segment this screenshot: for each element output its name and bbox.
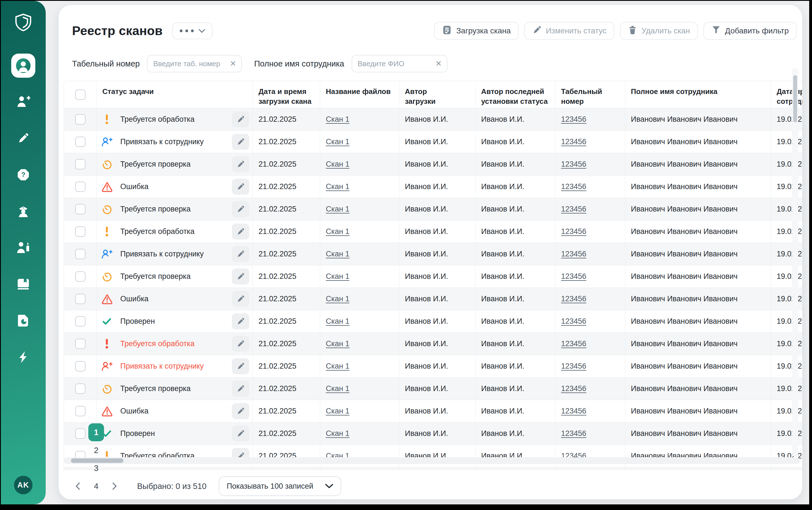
personnel-number-input[interactable] — [153, 59, 227, 68]
scan-file-link[interactable]: Скан 1 — [326, 384, 349, 393]
vertical-scrollbar-thumb[interactable] — [793, 75, 797, 122]
sidebar-item-officer[interactable] — [16, 204, 30, 218]
employee-name-cell: Иванович Иванович Иванович — [625, 108, 771, 131]
clear-icon[interactable]: ✕ — [433, 59, 442, 68]
employee-number-link[interactable]: 123456 — [561, 205, 586, 214]
row-checkbox[interactable] — [75, 271, 86, 282]
personnel-number-field[interactable]: ✕ — [147, 55, 242, 73]
clear-icon[interactable]: ✕ — [227, 59, 236, 68]
scan-file-link[interactable]: Скан 1 — [326, 339, 349, 348]
scan-file-link[interactable]: Скан 1 — [326, 317, 349, 326]
horizontal-scrollbar[interactable] — [64, 457, 800, 464]
change-status-button[interactable]: Изменить статус — [524, 22, 614, 40]
exclamation-icon — [101, 338, 113, 350]
edit-status-button[interactable] — [232, 134, 249, 150]
sidebar-item-activity[interactable] — [16, 350, 30, 364]
edit-status-button[interactable] — [232, 336, 249, 352]
employee-number-link[interactable]: 123456 — [561, 384, 586, 393]
edit-status-button[interactable] — [232, 381, 249, 397]
delete-scan-button[interactable]: Удалить скан — [620, 22, 698, 40]
sidebar-item-report[interactable] — [16, 314, 30, 328]
add-filter-button[interactable]: Добавить фильтр — [703, 22, 796, 40]
page-button[interactable]: 4 — [88, 477, 104, 495]
previous-page-button[interactable] — [71, 482, 84, 490]
edit-status-button[interactable] — [232, 313, 249, 329]
next-page-button[interactable] — [109, 482, 121, 490]
row-checkbox[interactable] — [75, 316, 86, 327]
edit-status-button[interactable] — [232, 179, 249, 195]
scan-file-link[interactable]: Скан 1 — [326, 272, 349, 281]
scan-file-link[interactable]: Скан 1 — [326, 182, 349, 191]
employee-number-link[interactable]: 123456 — [561, 429, 586, 438]
edit-status-button[interactable] — [232, 291, 249, 307]
sidebar-item-edit[interactable] — [16, 132, 30, 145]
sidebar-item-worker[interactable] — [16, 241, 30, 254]
user-avatar[interactable]: AK — [14, 476, 32, 494]
row-checkbox[interactable] — [75, 249, 86, 259]
full-name-input[interactable] — [357, 59, 433, 68]
select-all-checkbox[interactable] — [75, 89, 86, 100]
row-checkbox[interactable] — [75, 361, 86, 371]
upload-scan-button[interactable]: Загрузка скана — [434, 22, 518, 40]
edit-status-button[interactable] — [232, 403, 249, 419]
employee-number-cell: 123456 — [555, 468, 625, 470]
page-size-select[interactable]: Показывать 100 записей — [219, 476, 341, 496]
row-checkbox[interactable] — [75, 159, 86, 169]
employee-number-link[interactable]: 123456 — [561, 407, 586, 416]
scan-file-link[interactable]: Скан 1 — [326, 205, 349, 214]
edit-status-button[interactable] — [232, 201, 249, 217]
row-checkbox[interactable] — [75, 226, 86, 237]
employee-number-link[interactable]: 123456 — [561, 317, 586, 326]
employee-number-link[interactable]: 123456 — [561, 115, 586, 124]
row-checkbox[interactable] — [75, 294, 86, 304]
employee-number-link[interactable]: 123456 — [561, 138, 586, 146]
page-button[interactable]: 1 — [88, 423, 104, 441]
row-checkbox[interactable] — [75, 384, 86, 394]
scan-file-link[interactable]: Скан 1 — [326, 160, 349, 169]
scan-file-link[interactable]: Скан 1 — [326, 362, 349, 371]
edit-status-button[interactable] — [232, 246, 249, 262]
officer-icon — [17, 205, 30, 218]
scan-file-link[interactable]: Скан 1 — [326, 138, 349, 146]
sidebar-item-user-add[interactable] — [16, 95, 30, 109]
row-checkbox[interactable] — [75, 339, 86, 349]
sidebar-item-users[interactable] — [11, 54, 35, 78]
edit-status-button[interactable] — [232, 358, 249, 374]
edit-status-button[interactable] — [232, 268, 249, 284]
employee-number-link[interactable]: 123456 — [561, 250, 586, 258]
row-checkbox[interactable] — [75, 137, 86, 147]
employee-number-link[interactable]: 123456 — [561, 362, 586, 371]
row-checkbox[interactable] — [75, 114, 86, 124]
more-options-button[interactable] — [172, 23, 213, 39]
employee-number-link[interactable]: 123456 — [561, 160, 586, 169]
row-checkbox[interactable] — [75, 204, 86, 214]
employee-number-link[interactable]: 123456 — [561, 272, 586, 281]
full-name-field[interactable]: ✕ — [352, 55, 448, 73]
sidebar-item-book[interactable] — [16, 278, 30, 291]
page-button[interactable]: 2 — [88, 441, 104, 459]
edit-status-button[interactable] — [232, 224, 249, 239]
employee-number-link[interactable]: 123456 — [561, 294, 586, 303]
row-checkbox[interactable] — [75, 406, 86, 416]
upload-scan-label: Загрузка скана — [456, 26, 511, 35]
status-author-cell: Иванов И.И. — [476, 288, 555, 310]
scan-file-cell: Скан 1 — [320, 377, 399, 400]
employee-number-link[interactable]: 123456 — [561, 339, 586, 348]
employee-number-link[interactable]: 123456 — [561, 182, 586, 191]
employee-number-link[interactable]: 123456 — [561, 227, 586, 236]
scan-file-link[interactable]: Скан 1 — [326, 294, 349, 303]
edit-status-button[interactable] — [232, 156, 249, 172]
edit-status-button[interactable] — [232, 111, 249, 128]
vertical-scrollbar[interactable] — [792, 68, 798, 457]
scan-file-link[interactable]: Скан 1 — [326, 429, 349, 438]
scan-file-link[interactable]: Скан 1 — [326, 250, 349, 258]
column-header: Дата и время загрузки скана — [253, 81, 320, 108]
edit-status-button[interactable] — [232, 426, 249, 442]
sidebar-item-help[interactable]: ? — [16, 168, 30, 181]
scan-file-link[interactable]: Скан 1 — [326, 407, 349, 416]
scan-file-link[interactable]: Скан 1 — [326, 115, 349, 124]
row-checkbox[interactable] — [75, 181, 86, 192]
page-button[interactable]: 3 — [88, 459, 104, 477]
page-button[interactable]: 5 — [88, 495, 104, 499]
scan-file-link[interactable]: Скан 1 — [326, 227, 349, 236]
